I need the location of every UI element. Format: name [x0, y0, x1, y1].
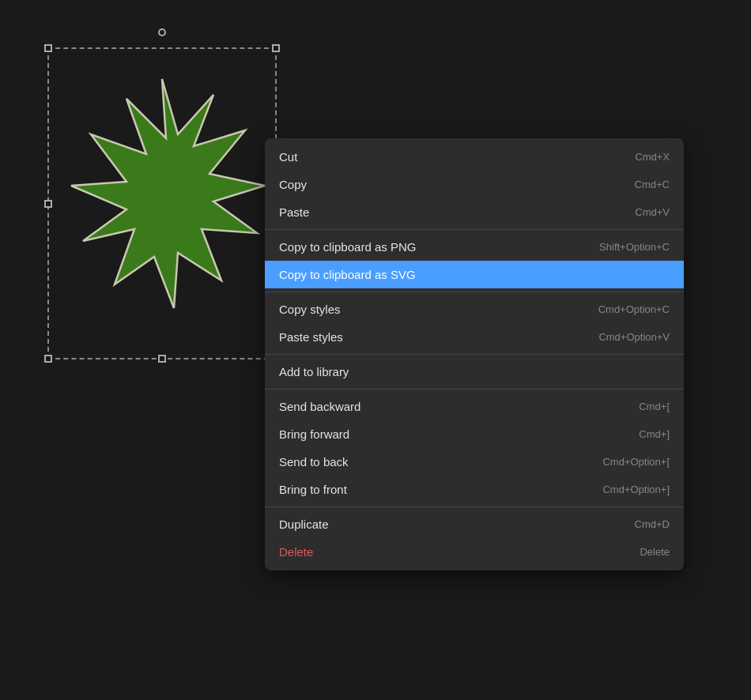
menu-divider-1	[265, 229, 684, 230]
menu-item-paste[interactable]: Paste Cmd+V	[265, 198, 684, 226]
menu-divider-2	[265, 292, 684, 292]
rotation-handle[interactable]	[158, 28, 166, 36]
menu-item-bring-forward[interactable]: Bring forward Cmd+]	[265, 420, 684, 448]
menu-item-send-backward[interactable]: Send backward Cmd+[	[265, 393, 684, 420]
menu-item-send-back[interactable]: Send to back Cmd+Option+[	[265, 448, 684, 476]
canvas: Cut Cmd+X Copy Cmd+C Paste Cmd+V Copy to…	[0, 0, 751, 700]
handle-bottom-middle[interactable]	[158, 355, 166, 363]
menu-item-delete[interactable]: Delete Delete	[265, 538, 684, 566]
menu-item-copy-styles[interactable]: Copy styles Cmd+Option+C	[265, 295, 684, 323]
handle-top-left[interactable]	[44, 44, 52, 52]
menu-item-duplicate[interactable]: Duplicate Cmd+D	[265, 510, 684, 538]
selection-box	[47, 47, 277, 359]
menu-item-copy[interactable]: Copy Cmd+C	[265, 171, 684, 198]
menu-item-cut[interactable]: Cut Cmd+X	[265, 143, 684, 171]
context-menu: Cut Cmd+X Copy Cmd+C Paste Cmd+V Copy to…	[265, 138, 684, 570]
menu-item-copy-png[interactable]: Copy to clipboard as PNG Shift+Option+C	[265, 233, 684, 261]
menu-item-copy-svg[interactable]: Copy to clipboard as SVG	[265, 261, 684, 288]
menu-divider-3	[265, 354, 684, 355]
handle-bottom-left[interactable]	[44, 355, 52, 363]
menu-item-bring-front[interactable]: Bring to front Cmd+Option+]	[265, 476, 684, 503]
handle-top-right[interactable]	[272, 44, 280, 52]
menu-divider-5	[265, 506, 684, 507]
menu-item-add-library[interactable]: Add to library	[265, 358, 684, 386]
handle-middle-left[interactable]	[44, 200, 52, 208]
menu-divider-4	[265, 389, 684, 390]
menu-item-paste-styles[interactable]: Paste styles Cmd+Option+V	[265, 323, 684, 351]
